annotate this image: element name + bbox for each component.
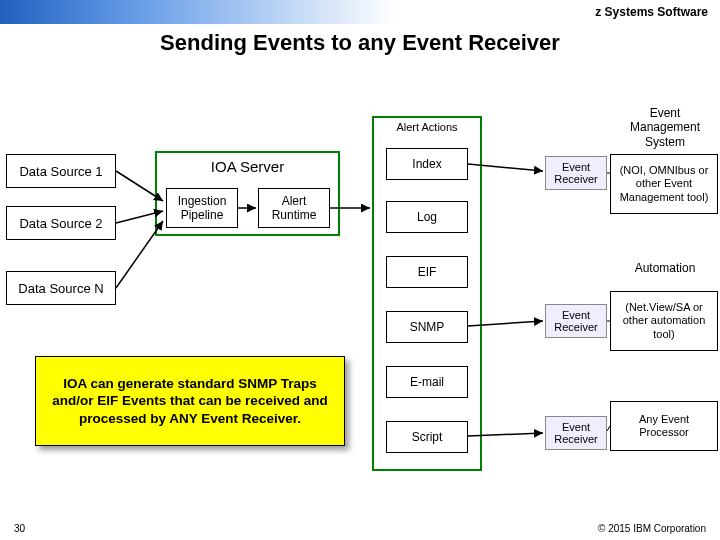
ingestion-pipeline: Ingestion Pipeline bbox=[166, 188, 238, 228]
automation-label: Automation bbox=[615, 261, 715, 275]
top-bar: z Systems Software bbox=[0, 0, 720, 24]
action-email: E-mail bbox=[386, 366, 468, 398]
ems-anyproc-box: Any Event Processor bbox=[610, 401, 718, 451]
action-log: Log bbox=[386, 201, 468, 233]
data-source-n: Data Source N bbox=[6, 271, 116, 305]
action-snmp: SNMP bbox=[386, 311, 468, 343]
action-script: Script bbox=[386, 421, 468, 453]
event-receiver-3: Event Receiver bbox=[545, 416, 607, 450]
event-receiver-2: Event Receiver bbox=[545, 304, 607, 338]
page-number: 30 bbox=[14, 523, 25, 534]
ems-noi-box: (NOI, OMNIbus or other Event Management … bbox=[610, 154, 718, 214]
action-index: Index bbox=[386, 148, 468, 180]
ioa-server-title: IOA Server bbox=[160, 158, 335, 175]
event-receiver-1: Event Receiver bbox=[545, 156, 607, 190]
ems-netview-box: (Net.View/SA or other automation tool) bbox=[610, 291, 718, 351]
diagram-stage: Data Source 1 Data Source 2 Data Source … bbox=[0, 66, 720, 506]
data-source-2: Data Source 2 bbox=[6, 206, 116, 240]
callout-note: IOA can generate standard SNMP Traps and… bbox=[35, 356, 345, 446]
product-name: z Systems Software bbox=[595, 5, 708, 19]
alert-runtime: Alert Runtime bbox=[258, 188, 330, 228]
data-source-1: Data Source 1 bbox=[6, 154, 116, 188]
action-eif: EIF bbox=[386, 256, 468, 288]
ems-heading: Event Management System bbox=[610, 106, 720, 149]
alert-actions-title: Alert Actions bbox=[372, 121, 482, 133]
page-title: Sending Events to any Event Receiver bbox=[0, 30, 720, 56]
copyright: © 2015 IBM Corporation bbox=[598, 523, 706, 534]
footer: 30 © 2015 IBM Corporation bbox=[0, 523, 720, 534]
